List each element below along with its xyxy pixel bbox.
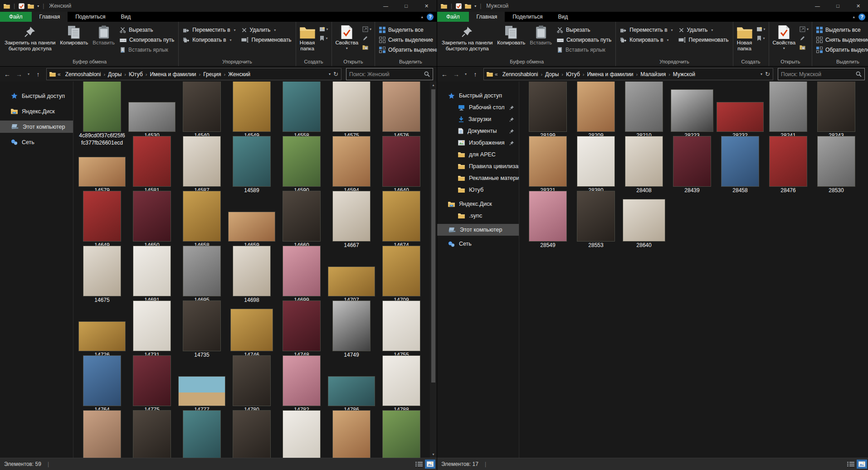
sidebar-item[interactable]: Сеть (0, 136, 73, 148)
breadcrumb-overflow-icon[interactable]: « (58, 71, 61, 78)
maximize-button[interactable]: □ (828, 0, 848, 12)
file-item[interactable]: 28408 (620, 139, 668, 194)
file-item[interactable]: 14649 (77, 194, 127, 249)
file-thumbnail[interactable] (673, 136, 711, 187)
file-item[interactable]: 14660 (277, 194, 327, 249)
help-icon[interactable]: ? (858, 14, 865, 20)
ribbon-button[interactable]: Свойства▾ (334, 23, 361, 58)
ribbon-mini-button[interactable]: ▾ (756, 34, 766, 42)
file-item[interactable]: 28476 (764, 139, 812, 194)
forward-button[interactable]: → (14, 69, 24, 80)
file-thumbnail[interactable] (83, 82, 121, 132)
file-thumbnail[interactable] (328, 266, 375, 296)
file-thumbnail[interactable] (671, 89, 713, 132)
file-thumbnail[interactable] (78, 157, 126, 187)
file-item[interactable]: 14576 (376, 84, 426, 139)
file-item[interactable]: 14549 (227, 84, 277, 139)
file-item[interactable]: 14650 (127, 194, 177, 249)
close-button[interactable]: ✕ (848, 0, 868, 12)
file-thumbnail[interactable] (717, 102, 764, 132)
file-item[interactable]: 28210 (620, 84, 668, 139)
ribbon-button[interactable]: Закрепить на панелибыстрого доступа (3, 23, 57, 58)
sidebar-item[interactable]: Ютуб (437, 184, 519, 196)
file-thumbnail[interactable] (529, 136, 567, 187)
ribbon-button[interactable]: Снять выделение (814, 35, 868, 45)
file-thumbnail[interactable] (625, 136, 663, 187)
qat-properties-button[interactable] (456, 3, 462, 9)
titlebar[interactable]: |▾|Мужской—□✕ (437, 0, 868, 12)
sidebar-item[interactable]: Документы (437, 125, 519, 137)
file-thumbnail[interactable] (769, 136, 807, 187)
thumbnails-view-button[interactable] (857, 460, 867, 469)
breadcrumb-overflow-icon[interactable]: « (495, 71, 498, 78)
ribbon-button[interactable]: Вставить ярлык (555, 45, 614, 55)
tab-file[interactable]: Файл (0, 12, 32, 22)
file-item[interactable]: 14674 (376, 194, 426, 249)
qat-newfolder-button[interactable] (465, 4, 471, 9)
file-thumbnail[interactable] (332, 82, 371, 132)
file-item[interactable]: 28549 (524, 194, 572, 249)
file-item[interactable]: 28530 (812, 139, 860, 194)
file-thumbnail[interactable] (133, 246, 171, 296)
file-item[interactable]: 14782 (277, 359, 327, 413)
qat-properties-button[interactable] (19, 3, 24, 9)
file-item[interactable]: 28380 (572, 139, 620, 194)
vertical-scrollbar[interactable]: ▴▾ (430, 82, 437, 458)
ribbon-button[interactable]: Выделить все (377, 25, 437, 35)
file-thumbnail[interactable] (228, 212, 275, 242)
file-thumbnail[interactable] (577, 191, 615, 242)
tab-2[interactable]: Вид (550, 12, 575, 22)
file-thumbnail[interactable] (328, 376, 375, 406)
breadcrumb-segment[interactable]: Доры (105, 71, 124, 78)
file-item[interactable]: 14667 (327, 194, 376, 249)
breadcrumb[interactable]: «Zennoshabloni›Доры›Ютуб›Имена и фамилии… (46, 68, 341, 80)
file-item[interactable]: 14746 (227, 304, 277, 359)
file-item[interactable]: 14775 (127, 359, 177, 413)
file-item[interactable]: 28439 (668, 139, 716, 194)
up-button[interactable]: ↑ (470, 69, 481, 80)
file-thumbnail[interactable] (133, 191, 171, 242)
ribbon-mini-button[interactable] (800, 44, 809, 51)
breadcrumb-segment[interactable]: Zennoshabloni (63, 71, 104, 78)
ribbon-button[interactable]: Переместить в▾ (618, 25, 675, 35)
sidebar-item[interactable]: Яндекс.Диск (0, 105, 73, 117)
file-thumbnail[interactable] (183, 410, 221, 458)
sidebar-item[interactable]: Рекламные материал (437, 172, 519, 184)
file-thumbnail[interactable] (83, 191, 121, 242)
file-thumbnail[interactable] (183, 136, 221, 187)
sidebar-item[interactable]: Быстрый доступ (0, 90, 73, 102)
ribbon-button[interactable]: Закрепить на панелибыстрого доступа (440, 23, 494, 58)
minimize-button[interactable]: — (807, 0, 828, 12)
file-item[interactable]: 28553 (572, 194, 620, 249)
ribbon-button[interactable]: Обратить выделение (814, 45, 868, 55)
ribbon-button[interactable]: Копировать в▾ (618, 35, 675, 45)
file-item[interactable]: 14640 (376, 139, 426, 194)
ribbon-button[interactable]: Скопировать путь (555, 35, 614, 45)
file-thumbnail[interactable] (133, 300, 171, 351)
file-item[interactable]: 14780 (227, 359, 277, 413)
sidebar-item[interactable]: Быстрый доступ (437, 90, 519, 102)
sidebar-item[interactable]: Загрузки (437, 113, 519, 125)
search-input[interactable]: Поиск: Женский (346, 68, 433, 80)
ribbon-button[interactable]: Скопировать путь (117, 35, 176, 45)
breadcrumb-segment[interactable]: Греция (200, 71, 224, 78)
file-item[interactable]: 14675 (77, 249, 127, 304)
ribbon-button[interactable]: Вырезать (555, 25, 614, 35)
file-item[interactable]: 14699 (277, 249, 327, 304)
file-item[interactable]: 14590 (277, 139, 327, 194)
file-item[interactable]: 14579 (77, 139, 127, 194)
file-thumbnail[interactable] (332, 410, 371, 458)
file-thumbnail[interactable] (233, 246, 271, 296)
file-thumbnail[interactable] (529, 191, 567, 242)
sidebar-item[interactable]: Рабочий стол (437, 102, 519, 113)
file-item[interactable]: 14594 (327, 139, 376, 194)
file-thumbnail[interactable] (332, 136, 371, 187)
ribbon-button[interactable]: Свойства▾ (771, 23, 798, 58)
address-dropdown-icon[interactable]: ▾ (329, 72, 331, 76)
file-item[interactable]: 14658 (177, 194, 227, 249)
tab-1[interactable]: Поделиться (68, 12, 113, 22)
ribbon-button[interactable]: Обратить выделение (377, 45, 437, 55)
ribbon-button[interactable]: Копировать (58, 23, 90, 58)
sidebar-item[interactable]: для APEC (437, 149, 519, 160)
file-item[interactable]: 14587 (177, 139, 227, 194)
